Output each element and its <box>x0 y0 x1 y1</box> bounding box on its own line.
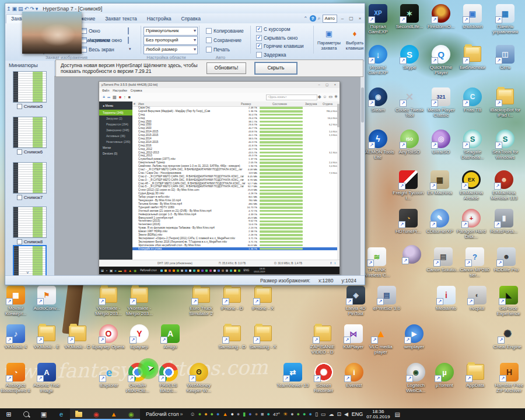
tray-icon-2[interactable]: ● <box>204 412 207 417</box>
anytoiso-icon[interactable]: ISO↗AnyToISO <box>393 130 426 155</box>
thumbnail-Снимок5[interactable]: Снимок5 <box>12 71 47 109</box>
canvas-scrollbar[interactable] <box>360 76 365 276</box>
region-capture-icon[interactable] <box>128 28 129 34</box>
amigo-icon[interactable]: A↗Amigo <box>153 324 187 349</box>
vkmusic4-icon[interactable]: ♪↗VKMusic 4 <box>0 324 33 349</box>
update-button[interactable]: Обновить! <box>206 62 246 74</box>
skype-icon[interactable]: S↗Skype <box>393 45 426 70</box>
cheat-engine-icon[interactable]: ✺↗Cheat Engine <box>491 324 524 349</box>
wmplayer-icon[interactable]: ▶↗wmplayer <box>397 324 431 349</box>
thumbnail-Снимок8[interactable]: Снимок8 <box>12 206 47 244</box>
taskbar-clock[interactable]: 18:3607.01.2019 <box>366 409 390 419</box>
tray-icon-6[interactable]: ● <box>230 412 233 417</box>
option-checkbox-3[interactable]: Задержка <box>256 52 286 58</box>
tray-icon-3[interactable]: ● <box>211 412 214 417</box>
option-checkbox-2[interactable]: ✓Горячие клавиши <box>256 43 304 49</box>
desktop-toolbar-label[interactable]: Рабочий стол <box>146 411 179 417</box>
control-panel-icon[interactable]: ▦↗Панель управления <box>488 4 522 34</box>
quick-access-icon-1[interactable]: ▣ <box>12 6 18 12</box>
quick-access-icon-0[interactable]: ↥ <box>6 6 11 12</box>
audioconv-icon[interactable]: ⚑↗AudioConv... <box>30 286 64 311</box>
hide-button[interactable]: Скрыть <box>254 62 298 75</box>
tray-icon-9[interactable]: ● <box>249 412 251 417</box>
tray-icon-10[interactable]: ● <box>255 412 258 417</box>
hddlife-pro-icon[interactable]: ☻↗HDDlife Pro <box>489 247 523 272</box>
steam-icon[interactable]: ◉↗Steam <box>361 88 395 113</box>
paragon-icon[interactable]: +↗Paragon Hard Disk... <box>454 209 488 239</box>
firestorm-icon[interactable]: ↗FirestormO... <box>424 4 458 29</box>
ibackupbot-icon[interactable]: ↗iBackupBot for iPad i... <box>488 88 522 118</box>
update-notification-text[interactable]: Доступна новая версия HyperSnap! Щёлкнит… <box>61 62 206 74</box>
ex-machina-icon[interactable]: ▦↗Ex Machina <box>423 170 457 195</box>
auto-checkbox-0[interactable]: Копирование <box>206 28 244 34</box>
latvia-pintool-icon[interactable]: ◈↗Latvia 4D PinTool <box>339 286 373 316</box>
choose-keys-button[interactable]: ♦Выбрать клавиши <box>342 27 367 57</box>
editor-canvas[interactable]: µTorrent Pro 3.5.5 (build 44428) [32-bit… <box>54 76 360 276</box>
quick-access-toolbar[interactable]: ↥▣▤↶↷▾ <box>5 6 38 12</box>
scroll-down-icon[interactable]: ˅ <box>26 270 29 275</box>
opera-icon[interactable]: O↗Браузер Opera <box>92 324 125 349</box>
tray-icon-1[interactable]: ● <box>198 412 201 417</box>
canon-mp280-icon[interactable]: ?↗Canon MP280 ser... <box>458 247 492 278</box>
iphone-x-folder[interactable]: ↗iPhone - X <box>246 286 280 311</box>
toolbar-chevron[interactable]: » <box>180 411 183 417</box>
collapse-ribbon-icon[interactable]: ⌃ <box>303 16 308 22</box>
tray-icon-5[interactable]: ▲ <box>222 412 228 417</box>
secondlife-icon[interactable]: ✶↗SecondLife... <box>393 4 426 29</box>
ets2-folder[interactable]: ↗Euro Truck Simulator 2 <box>184 286 218 316</box>
seagate-dashboard-icon[interactable]: S↗Seagate Dashboa... <box>456 130 489 160</box>
seatools-icon[interactable]: S↗SeaTools for Windows <box>488 130 522 160</box>
start-button[interactable]: ⊞ <box>0 408 18 420</box>
thumbnail-Снимок7[interactable]: Снимок7 <box>12 162 47 200</box>
network-icon[interactable]: ◫↗Сеть <box>488 45 522 70</box>
eprintscr-icon[interactable]: ▤↗ePrintScr 3.0 <box>370 286 404 311</box>
movavi-converter-icon[interactable]: ▦↗Movavi Конверт... <box>0 286 33 316</box>
tray-icon-16[interactable]: ● <box>297 412 300 417</box>
capture-item-1[interactable]: Активное окно <box>80 36 122 44</box>
tray-icon-7[interactable]: ● <box>237 412 240 417</box>
auslogics-icon[interactable]: ◔↗Auslogics BoostSpeed 8 <box>0 363 33 393</box>
restore-button[interactable]: ▢ <box>348 16 355 21</box>
acronis-icon[interactable]: A↗Acronis True Image <box>30 363 64 393</box>
utorrent-icon[interactable]: µ↗µTorrent <box>428 363 461 388</box>
webmoney-icon[interactable]: ʘ↗WebMoney Keeper W... <box>182 363 216 393</box>
samsung-d-folder[interactable]: ↗Samsung - D <box>215 324 249 349</box>
zoom-icon[interactable]: ⌕ <box>318 15 321 22</box>
nvcplui-icon[interactable]: ◐↗nvcplui <box>460 286 494 311</box>
thumbnail-checkbox[interactable] <box>17 104 22 109</box>
tray-icon-22[interactable]: ⊡ <box>337 412 341 417</box>
auto-checkbox-2[interactable]: Печать <box>206 47 230 52</box>
edge-icon[interactable]: e <box>52 408 70 420</box>
vkontakte-metro-folder-2[interactable]: ↗Vkontakte - Метро 203... <box>123 286 156 316</box>
screen-recorder-icon[interactable]: ↗Screen Recorder <box>307 363 341 393</box>
tab-справка[interactable]: Справка <box>177 15 205 23</box>
canon-solution-icon[interactable]: ▤↗Canon Solutio... <box>426 247 460 272</box>
daemon-tools-icon[interactable]: ϟ↗DAEMON Tools Lite <box>361 130 395 160</box>
option-checkbox-0[interactable]: ✓С курсором <box>256 26 290 32</box>
libraries-icon[interactable]: ↗Библиотеки <box>456 45 489 70</box>
iphone-d-folder[interactable]: ↗iPhone - D <box>215 286 249 311</box>
hdtune-pro-icon[interactable]: ◔↗HDTunePr... <box>391 209 425 234</box>
action-center-icon[interactable]: ▤ <box>394 411 400 418</box>
everest-icon[interactable]: i↗Everest <box>337 363 371 388</box>
tray-icon-18[interactable]: ● <box>309 412 312 417</box>
more-capture-icon[interactable]: ▾ <box>129 47 131 51</box>
thumbnail-checkbox[interactable] <box>17 195 22 200</box>
ultraiso-icon[interactable]: ◎↗UltraISO <box>424 130 458 155</box>
teamviewer-icon[interactable]: ⇄↗TeamViewer 13 <box>276 363 310 388</box>
thumbnail-Снимок9.jpg[interactable]: Снимок9.jpg <box>12 245 47 276</box>
hamster-zip-icon[interactable]: H↗Hamster Free ZIP Archiver <box>492 363 525 393</box>
exmachina-meridian-icon[interactable]: ☻↗ExMachina Meridian 113 <box>487 170 521 201</box>
freehand-capture-icon[interactable] <box>128 37 129 43</box>
tab-настройка[interactable]: Настройка <box>142 15 176 23</box>
capture-settings-button[interactable]: ▣Параметры захвата <box>317 27 341 57</box>
minimize-button[interactable]: – <box>339 16 346 21</box>
region-combo-2[interactable]: Любой размер <box>144 46 198 54</box>
tray-icon-12[interactable]: ● <box>267 412 270 417</box>
region-combo-0[interactable]: Прямоугольник <box>144 27 198 36</box>
file-explorer-icon[interactable] <box>70 408 88 420</box>
tab-захват-текста[interactable]: Захват текста <box>100 15 141 23</box>
mpc-icon[interactable]: 321↗Media Player Classic <box>424 88 458 118</box>
language-indicator[interactable]: ENG <box>352 411 363 417</box>
tray-icon-17[interactable]: ● <box>303 412 306 417</box>
